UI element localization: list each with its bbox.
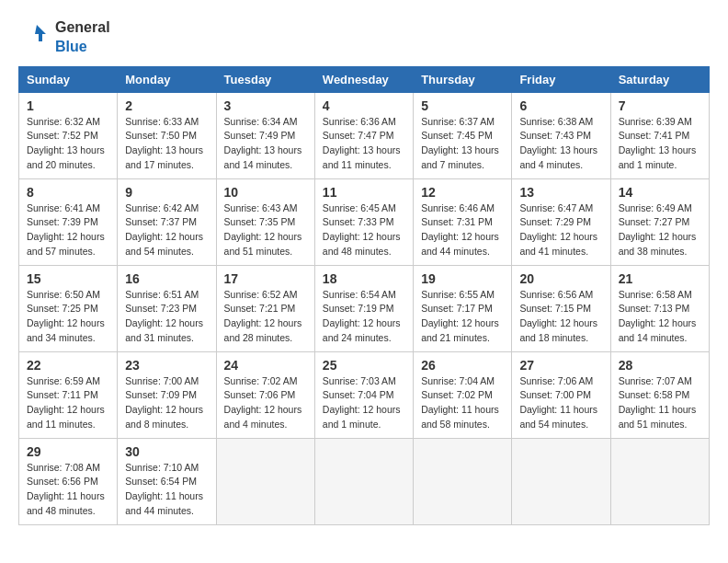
day-number: 22: [27, 358, 109, 373]
calendar-day-cell: 29Sunrise: 7:08 AMSunset: 6:56 PMDayligh…: [19, 438, 118, 524]
day-number: 27: [519, 358, 602, 373]
day-number: 29: [27, 444, 109, 459]
day-detail: Sunrise: 7:02 AMSunset: 7:06 PMDaylight:…: [224, 374, 307, 432]
calendar-day-cell: 21Sunrise: 6:58 AMSunset: 7:13 PMDayligh…: [610, 265, 709, 351]
day-detail: Sunrise: 7:10 AMSunset: 6:54 PMDaylight:…: [125, 461, 208, 519]
day-number: 18: [323, 271, 405, 286]
day-number: 8: [27, 185, 109, 200]
logo-general: General: [55, 18, 110, 38]
page-header: General Blue: [18, 18, 710, 57]
day-number: 19: [421, 271, 504, 286]
day-detail: Sunrise: 6:37 AMSunset: 7:45 PMDaylight:…: [421, 115, 504, 173]
day-number: 23: [125, 358, 208, 373]
day-detail: Sunrise: 6:36 AMSunset: 7:47 PMDaylight:…: [323, 115, 405, 173]
day-detail: Sunrise: 6:47 AMSunset: 7:29 PMDaylight:…: [519, 201, 602, 259]
weekday-header-saturday: Saturday: [610, 66, 709, 92]
day-detail: Sunrise: 6:42 AMSunset: 7:37 PMDaylight:…: [125, 201, 208, 259]
calendar-day-cell: [512, 438, 610, 524]
day-detail: Sunrise: 6:58 AMSunset: 7:13 PMDaylight:…: [619, 288, 701, 346]
calendar-day-cell: 20Sunrise: 6:56 AMSunset: 7:15 PMDayligh…: [512, 265, 610, 351]
calendar-day-cell: 30Sunrise: 7:10 AMSunset: 6:54 PMDayligh…: [118, 438, 216, 524]
day-detail: Sunrise: 7:06 AMSunset: 7:00 PMDaylight:…: [519, 374, 602, 432]
calendar-day-cell: 15Sunrise: 6:50 AMSunset: 7:25 PMDayligh…: [19, 265, 118, 351]
day-detail: Sunrise: 6:50 AMSunset: 7:25 PMDaylight:…: [27, 288, 109, 346]
day-detail: Sunrise: 6:32 AMSunset: 7:52 PMDaylight:…: [27, 115, 109, 173]
calendar-day-cell: 25Sunrise: 7:03 AMSunset: 7:04 PMDayligh…: [314, 351, 413, 438]
calendar-day-cell: 22Sunrise: 6:59 AMSunset: 7:11 PMDayligh…: [19, 351, 118, 438]
day-detail: Sunrise: 6:41 AMSunset: 7:39 PMDaylight:…: [27, 201, 109, 259]
day-detail: Sunrise: 6:46 AMSunset: 7:31 PMDaylight:…: [421, 201, 504, 259]
day-detail: Sunrise: 6:43 AMSunset: 7:35 PMDaylight:…: [224, 201, 307, 259]
day-number: 6: [519, 98, 602, 113]
day-number: 17: [224, 271, 307, 286]
day-number: 25: [323, 358, 405, 373]
logo-container: General Blue: [18, 18, 110, 57]
calendar-day-cell: [414, 438, 512, 524]
calendar-day-cell: 13Sunrise: 6:47 AMSunset: 7:29 PMDayligh…: [512, 178, 610, 265]
calendar-week-row: 1Sunrise: 6:32 AMSunset: 7:52 PMDaylight…: [19, 92, 710, 178]
calendar-day-cell: 17Sunrise: 6:52 AMSunset: 7:21 PMDayligh…: [216, 265, 314, 351]
calendar-day-cell: 11Sunrise: 6:45 AMSunset: 7:33 PMDayligh…: [314, 178, 413, 265]
calendar-week-row: 29Sunrise: 7:08 AMSunset: 6:56 PMDayligh…: [19, 438, 710, 524]
logo-bird-icon: [18, 21, 51, 54]
calendar-day-cell: 10Sunrise: 6:43 AMSunset: 7:35 PMDayligh…: [216, 178, 314, 265]
day-detail: Sunrise: 6:33 AMSunset: 7:50 PMDaylight:…: [125, 115, 208, 173]
svg-marker-0: [35, 25, 46, 41]
day-number: 3: [224, 98, 307, 113]
day-number: 1: [27, 98, 109, 113]
calendar-table: SundayMondayTuesdayWednesdayThursdayFrid…: [18, 66, 710, 525]
calendar-day-cell: 24Sunrise: 7:02 AMSunset: 7:06 PMDayligh…: [216, 351, 314, 438]
day-detail: Sunrise: 6:49 AMSunset: 7:27 PMDaylight:…: [619, 201, 701, 259]
day-number: 2: [125, 98, 208, 113]
day-number: 30: [125, 444, 208, 459]
day-detail: Sunrise: 7:00 AMSunset: 7:09 PMDaylight:…: [125, 374, 208, 432]
day-number: 9: [125, 185, 208, 200]
calendar-day-cell: [314, 438, 413, 524]
calendar-day-cell: 23Sunrise: 7:00 AMSunset: 7:09 PMDayligh…: [118, 351, 216, 438]
day-number: 20: [519, 271, 602, 286]
calendar-week-row: 15Sunrise: 6:50 AMSunset: 7:25 PMDayligh…: [19, 265, 710, 351]
day-detail: Sunrise: 6:45 AMSunset: 7:33 PMDaylight:…: [323, 201, 405, 259]
calendar-day-cell: 12Sunrise: 6:46 AMSunset: 7:31 PMDayligh…: [414, 178, 512, 265]
weekday-header-tuesday: Tuesday: [216, 66, 314, 92]
day-detail: Sunrise: 6:56 AMSunset: 7:15 PMDaylight:…: [519, 288, 602, 346]
calendar-day-cell: 18Sunrise: 6:54 AMSunset: 7:19 PMDayligh…: [314, 265, 413, 351]
weekday-header-wednesday: Wednesday: [314, 66, 413, 92]
day-detail: Sunrise: 7:03 AMSunset: 7:04 PMDaylight:…: [323, 374, 405, 432]
day-number: 16: [125, 271, 208, 286]
calendar-day-cell: 27Sunrise: 7:06 AMSunset: 7:00 PMDayligh…: [512, 351, 610, 438]
calendar-day-cell: 9Sunrise: 6:42 AMSunset: 7:37 PMDaylight…: [118, 178, 216, 265]
day-detail: Sunrise: 6:55 AMSunset: 7:17 PMDaylight:…: [421, 288, 504, 346]
day-number: 4: [323, 98, 405, 113]
calendar-day-cell: 28Sunrise: 7:07 AMSunset: 6:58 PMDayligh…: [610, 351, 709, 438]
calendar-day-cell: 19Sunrise: 6:55 AMSunset: 7:17 PMDayligh…: [414, 265, 512, 351]
weekday-header-friday: Friday: [512, 66, 610, 92]
day-number: 14: [619, 185, 701, 200]
day-detail: Sunrise: 6:51 AMSunset: 7:23 PMDaylight:…: [125, 288, 208, 346]
calendar-day-cell: [610, 438, 709, 524]
logo-blue: Blue: [55, 38, 110, 57]
day-number: 12: [421, 185, 504, 200]
day-detail: Sunrise: 6:59 AMSunset: 7:11 PMDaylight:…: [27, 374, 109, 432]
logo: General Blue: [18, 18, 110, 57]
calendar-day-cell: 1Sunrise: 6:32 AMSunset: 7:52 PMDaylight…: [19, 92, 118, 178]
calendar-day-cell: 14Sunrise: 6:49 AMSunset: 7:27 PMDayligh…: [610, 178, 709, 265]
calendar-day-cell: 16Sunrise: 6:51 AMSunset: 7:23 PMDayligh…: [118, 265, 216, 351]
calendar-day-cell: 2Sunrise: 6:33 AMSunset: 7:50 PMDaylight…: [118, 92, 216, 178]
weekday-header-sunday: Sunday: [19, 66, 118, 92]
day-number: 15: [27, 271, 109, 286]
day-detail: Sunrise: 7:04 AMSunset: 7:02 PMDaylight:…: [421, 374, 504, 432]
calendar-day-cell: 5Sunrise: 6:37 AMSunset: 7:45 PMDaylight…: [414, 92, 512, 178]
day-number: 11: [323, 185, 405, 200]
day-detail: Sunrise: 7:07 AMSunset: 6:58 PMDaylight:…: [619, 374, 701, 432]
day-number: 21: [619, 271, 701, 286]
day-detail: Sunrise: 6:39 AMSunset: 7:41 PMDaylight:…: [619, 115, 701, 173]
day-detail: Sunrise: 6:34 AMSunset: 7:49 PMDaylight:…: [224, 115, 307, 173]
calendar-day-cell: 4Sunrise: 6:36 AMSunset: 7:47 PMDaylight…: [314, 92, 413, 178]
day-detail: Sunrise: 6:52 AMSunset: 7:21 PMDaylight:…: [224, 288, 307, 346]
day-number: 26: [421, 358, 504, 373]
calendar-day-cell: 3Sunrise: 6:34 AMSunset: 7:49 PMDaylight…: [216, 92, 314, 178]
weekday-header-thursday: Thursday: [414, 66, 512, 92]
day-detail: Sunrise: 6:38 AMSunset: 7:43 PMDaylight:…: [519, 115, 602, 173]
calendar-day-cell: [216, 438, 314, 524]
